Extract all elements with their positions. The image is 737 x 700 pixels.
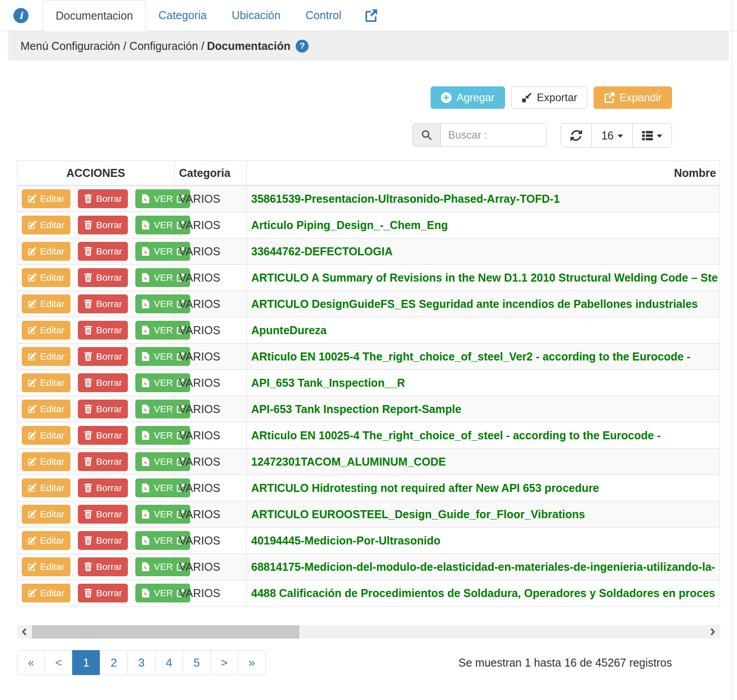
view-button-label: VER: [154, 483, 173, 493]
delete-button-label: Borrar: [96, 509, 122, 520]
view-button-label: VER: [154, 220, 173, 230]
actions-cell: Editar Borrar VER: [17, 344, 175, 370]
table-row: Editar Borrar VER: [17, 370, 720, 396]
refresh-button[interactable]: [561, 124, 592, 147]
delete-button[interactable]: Borrar: [78, 400, 128, 418]
delete-button[interactable]: Borrar: [78, 321, 128, 340]
actions-cell: Editar Borrar VER: [17, 396, 175, 422]
edit-button-label: Editar: [40, 404, 65, 414]
edit-button[interactable]: Editar: [22, 347, 70, 366]
delete-button[interactable]: Borrar: [78, 505, 128, 524]
edit-button[interactable]: Editar: [22, 295, 70, 313]
tab-categoria[interactable]: Categoria: [146, 0, 219, 31]
edit-button[interactable]: Editar: [22, 373, 70, 392]
export-button[interactable]: Exportar: [511, 86, 588, 109]
view-button-label: VER: [154, 351, 173, 362]
edit-button[interactable]: Editar: [22, 189, 70, 208]
edit-button[interactable]: Editar: [22, 531, 70, 550]
page-size-value: 16: [601, 129, 614, 142]
page-button-»[interactable]: »: [238, 650, 266, 675]
delete-button[interactable]: Borrar: [78, 295, 128, 313]
export-icon: [521, 92, 532, 103]
page-button-«[interactable]: «: [17, 650, 45, 675]
scroll-right-button[interactable]: [705, 628, 720, 636]
page-button-2[interactable]: 2: [100, 650, 128, 675]
document-name: 33644762-DEFECTOLOGIA: [247, 238, 720, 265]
column-list-dropdown[interactable]: [633, 124, 672, 147]
delete-button-label: Borrar: [96, 588, 122, 598]
scroll-left-button[interactable]: [17, 625, 32, 639]
edit-button[interactable]: Editar: [22, 216, 70, 234]
page-size-dropdown[interactable]: 16: [592, 124, 633, 147]
trash-icon: [84, 431, 93, 440]
delete-button[interactable]: Borrar: [78, 557, 128, 576]
edit-button[interactable]: Editar: [22, 505, 70, 524]
pencil-square-icon: [28, 247, 37, 256]
edit-button[interactable]: Editar: [22, 426, 70, 445]
page-button->[interactable]: >: [210, 650, 238, 675]
page-button-4[interactable]: 4: [155, 650, 183, 675]
delete-button[interactable]: Borrar: [78, 189, 128, 208]
trash-icon: [84, 483, 93, 492]
breadcrumb: Menú Configuración / Configuración / Doc…: [8, 31, 729, 61]
edit-button[interactable]: Editar: [22, 268, 70, 287]
pencil-square-icon: [28, 194, 37, 203]
edit-button-label: Editar: [40, 456, 65, 467]
open-external-tab-button[interactable]: [354, 0, 388, 31]
actions-cell: Editar Borrar VER: [17, 291, 175, 317]
table-row: Editar Borrar VER: [17, 212, 720, 238]
tab-documentacion[interactable]: Documentacion: [43, 0, 146, 31]
page-button-3[interactable]: 3: [127, 650, 155, 675]
content: Agregar Exportar Expandir: [0, 86, 737, 606]
page-button-<[interactable]: <: [45, 650, 73, 675]
edit-button[interactable]: Editar: [22, 557, 70, 576]
delete-button[interactable]: Borrar: [78, 452, 128, 471]
delete-button[interactable]: Borrar: [78, 347, 128, 366]
delete-button[interactable]: Borrar: [78, 531, 128, 550]
delete-button[interactable]: Borrar: [78, 373, 128, 392]
search-input[interactable]: [441, 124, 546, 146]
delete-button[interactable]: Borrar: [78, 216, 128, 234]
page-button-5[interactable]: 5: [183, 650, 211, 675]
delete-button-label: Borrar: [96, 483, 122, 493]
delete-button[interactable]: Borrar: [78, 426, 128, 445]
pdf-file-icon: [141, 536, 150, 545]
document-name: API_653 Tank_Inspection__R: [247, 370, 720, 396]
view-button-label: VER: [154, 430, 173, 441]
info-icon[interactable]: i: [13, 8, 29, 23]
help-icon[interactable]: ?: [296, 40, 309, 53]
tab-control[interactable]: Control: [293, 0, 354, 31]
edit-button[interactable]: Editar: [22, 584, 70, 602]
tab-ubicacion[interactable]: Ubicación: [219, 0, 293, 31]
chevron-down-icon: [657, 135, 662, 138]
pdf-file-icon: [141, 352, 150, 361]
add-button[interactable]: Agregar: [431, 86, 505, 109]
page-button-1[interactable]: 1: [72, 650, 100, 675]
delete-button[interactable]: Borrar: [78, 268, 128, 287]
table-row: Editar Borrar VER: [17, 265, 720, 291]
edit-button[interactable]: Editar: [22, 242, 70, 261]
trash-icon: [84, 273, 93, 282]
pencil-square-icon: [28, 431, 37, 440]
records-summary: Se muestran 1 hasta 16 de 45267 registro…: [459, 656, 672, 669]
view-button-label: VER: [154, 404, 173, 414]
pdf-file-icon: [141, 589, 150, 598]
delete-button[interactable]: Borrar: [78, 584, 128, 602]
delete-button-label: Borrar: [96, 325, 122, 336]
expand-button-label: Expandir: [619, 91, 662, 104]
delete-button[interactable]: Borrar: [78, 242, 128, 261]
pdf-file-icon: [141, 273, 150, 282]
plus-circle-icon: [441, 92, 452, 103]
edit-button[interactable]: Editar: [22, 479, 70, 497]
scrollbar-thumb[interactable]: [32, 625, 299, 639]
view-button-label: VER: [154, 561, 173, 572]
view-button-label: VER: [154, 272, 173, 283]
trash-icon: [84, 194, 93, 203]
edit-button[interactable]: Editar: [22, 400, 70, 418]
expand-button[interactable]: Expandir: [594, 86, 672, 109]
delete-button[interactable]: Borrar: [78, 479, 128, 497]
edit-button[interactable]: Editar: [22, 452, 70, 471]
browser-scrollbar[interactable]: [732, 0, 732, 700]
edit-button[interactable]: Editar: [22, 321, 70, 340]
scrollbar-track[interactable]: [299, 625, 720, 639]
